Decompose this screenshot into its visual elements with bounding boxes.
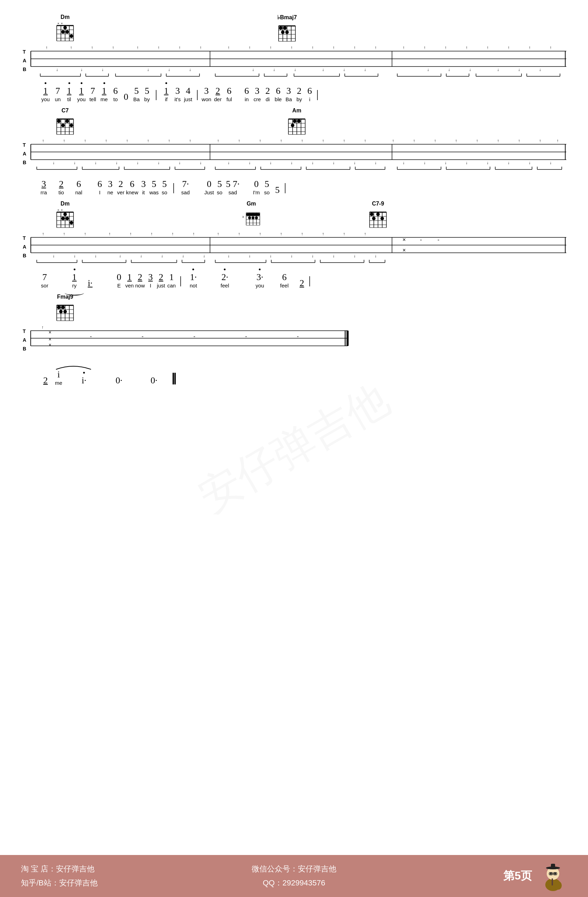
svg-text:↑: ↑ [413,138,415,143]
svg-text:↓: ↓ [403,160,405,165]
note-1-8: 0 [121,92,131,102]
svg-text:B: B [23,253,26,259]
chord-c7-9-diagram [369,208,387,228]
svg-text:↓: ↓ [73,160,76,165]
svg-text:↓: ↓ [497,67,499,72]
svg-text:↓: ↓ [353,160,356,165]
svg-text:↑: ↑ [238,231,240,236]
svg-text:↓: ↓ [228,254,230,259]
note-4-1: 2 [38,375,52,386]
chord-dm-2-name: Dm [61,201,70,207]
chord-c7-diagram [56,115,74,135]
chord-dm-name: Dm [61,14,70,20]
svg-text:↑: ↑ [217,138,219,143]
chord-dm-2-diagram: × × [56,208,74,228]
svg-text:↑: ↑ [108,231,111,236]
svg-text:↑: ↑ [105,138,107,143]
svg-text:↑: ↑ [364,138,366,143]
svg-text:↑: ↑ [42,231,44,236]
note-1-7: 6 to [110,86,121,102]
section-3: Dm × × [21,201,567,288]
footer-wechat: 微信公众号：安仔弹吉他 [203,862,385,876]
svg-text:↓: ↓ [189,67,191,72]
svg-text:-: - [245,333,247,339]
note-1-21: 3 Ba [284,86,294,102]
svg-text:↓: ↓ [374,254,377,259]
svg-text:↓: ↓ [487,160,489,165]
svg-point-129 [61,124,65,127]
svg-text:↑: ↑ [392,138,394,143]
chord-c7-name: C7 [62,107,69,114]
note-3-9: 1 can [166,272,177,288]
svg-text:↓: ↓ [269,254,272,259]
svg-text:↓: ↓ [550,160,551,165]
note-3-11: 2· feel [216,272,234,288]
svg-text:-: - [194,333,195,339]
svg-point-15 [70,34,73,38]
svg-text:×: × [49,343,52,347]
section-1: Dm × × [21,14,567,102]
svg-point-368 [63,310,67,313]
svg-text:↑: ↑ [151,231,153,236]
svg-text:↓: ↓ [469,67,471,72]
note-1-9: 5 Ba [131,86,142,102]
note-3-14: 2 [296,278,307,288]
note-1-14: 3 won [201,86,212,102]
chord-gm-diagram: 3 [242,208,260,228]
svg-text:↑: ↑ [434,138,436,143]
svg-point-27 [283,26,287,30]
svg-text:↑: ↑ [476,138,478,143]
svg-point-28 [281,31,284,34]
svg-text:↓: ↓ [161,254,163,259]
svg-text:-: - [90,333,92,339]
svg-text:↑: ↑ [353,45,356,50]
svg-point-283 [376,213,380,216]
svg-text:↓: ↓ [290,160,293,165]
svg-text:↓: ↓ [200,160,202,165]
svg-point-253 [61,217,65,220]
note-1-4: 1 you [75,86,87,102]
note-2-8: 3 it [138,179,149,195]
svg-text:×: × [49,330,52,335]
footer-shop: 淘 宝 店：安仔弹吉他 [21,862,203,876]
svg-text:T: T [23,329,26,334]
note-4-3: i· [75,375,93,386]
note-1-1: 1 you [38,86,52,102]
svg-point-282 [372,217,376,220]
note-3-10: 1· not [185,272,202,288]
svg-point-131 [70,124,73,127]
svg-text:↓: ↓ [343,67,345,72]
svg-text:↓: ↓ [147,67,149,72]
note-1-10: 5 by [142,86,152,102]
svg-text:↓: ↓ [228,160,230,165]
svg-text:↑: ↑ [364,231,366,236]
svg-text:↑: ↑ [63,138,65,143]
svg-text:A: A [23,338,26,343]
svg-text:↓: ↓ [466,160,467,165]
svg-text:↓: ↓ [203,254,205,259]
svg-text:↓: ↓ [249,254,250,259]
chord-gm: Gm 3 [242,201,260,228]
svg-text:↓: ↓ [95,160,96,165]
svg-text:↓: ↓ [249,160,250,165]
svg-text:↓: ↓ [528,160,531,165]
chord-fmaj9: Fmaj9 [56,294,74,321]
svg-rect-397 [551,879,553,885]
svg-text:↑: ↑ [403,45,405,50]
tab-staff-3: T A B ↑ ↑ ↑ ↑ ↑ ↑ ↑ ↑ ↑ ↑ ↑ ↑ ↑ [21,231,567,264]
svg-text:↑: ↑ [126,138,128,143]
barline-3-1: | [180,274,182,287]
svg-point-270 [255,216,258,219]
svg-text:↑: ↑ [444,45,447,50]
chord-bbmaj7-name: ♭Bmaj7 [277,14,297,21]
svg-point-392 [554,873,556,875]
svg-text:-: - [297,333,299,339]
note-3-5: 1 ven [124,272,135,288]
note-3-3: i· [84,278,96,288]
svg-text:↑: ↑ [171,231,174,236]
svg-rect-267 [246,213,260,216]
svg-text:↑: ↑ [343,231,345,236]
chord-dm-2: Dm × × [56,201,74,228]
svg-text:↓: ↓ [294,67,296,72]
svg-text:↓: ↓ [427,67,429,72]
